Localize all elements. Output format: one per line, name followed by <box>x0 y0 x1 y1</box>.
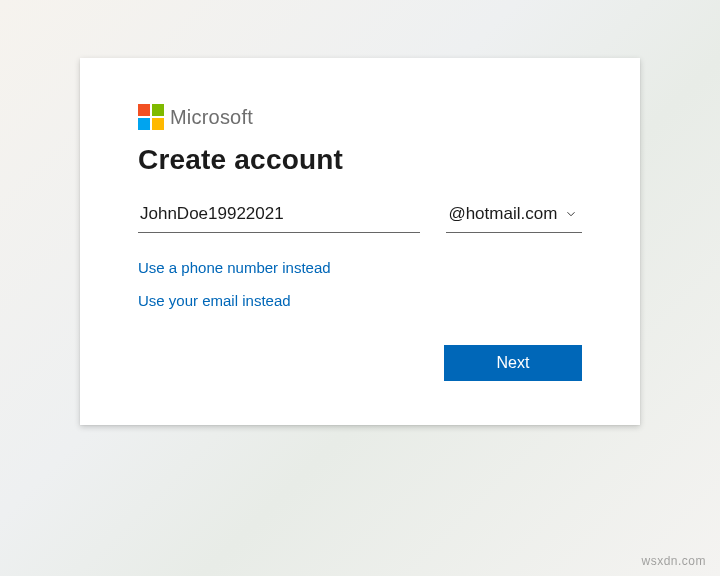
microsoft-logo-icon <box>138 104 164 130</box>
domain-select[interactable]: @hotmail.com <box>446 198 582 233</box>
page-title: Create account <box>138 144 582 176</box>
domain-selected-label: @hotmail.com <box>448 204 557 224</box>
chevron-down-icon <box>562 205 580 223</box>
brand-row: Microsoft <box>138 104 582 130</box>
next-button[interactable]: Next <box>444 345 582 381</box>
watermark: wsxdn.com <box>641 554 706 568</box>
use-phone-link[interactable]: Use a phone number instead <box>138 259 331 276</box>
actions-row: Next <box>138 345 582 381</box>
brand-name: Microsoft <box>170 106 253 129</box>
signup-card: Microsoft Create account @hotmail.com Us… <box>80 58 640 425</box>
username-input[interactable] <box>138 198 420 233</box>
account-fields: @hotmail.com <box>138 198 582 233</box>
use-email-link[interactable]: Use your email instead <box>138 292 291 309</box>
